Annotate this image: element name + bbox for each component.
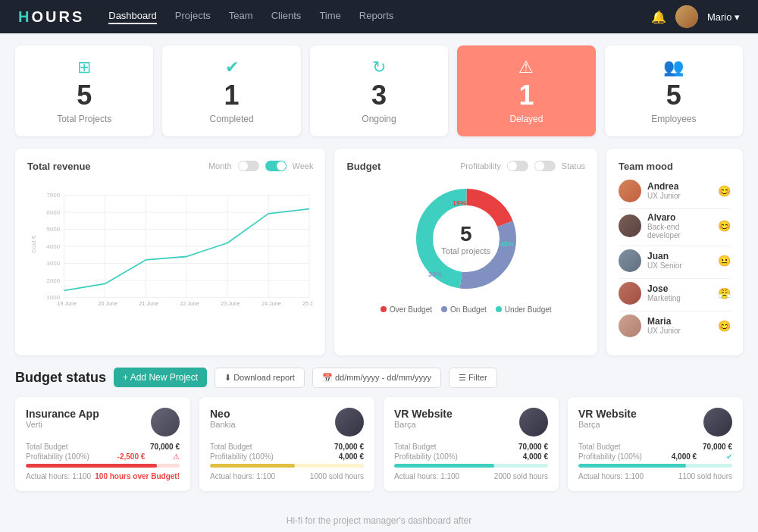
mood-name-alvaro: Alvaro	[647, 212, 709, 223]
hours-label-insurance: Actual hours: 1:100	[26, 472, 91, 480]
nav-dashboard[interactable]: Dashboard	[108, 10, 157, 24]
budget-title: Budget	[346, 161, 381, 172]
budget-value-neo: 70,000 €	[334, 443, 364, 451]
check-icon: ✔	[225, 58, 239, 77]
mood-info-jose: Jose Marketing	[647, 283, 709, 302]
project-card-neo: Neo Bankia Total Budget 70,000 € Profita…	[199, 397, 374, 491]
donut-label: Total projects	[441, 246, 490, 255]
hours-warn-insurance: 100 hours over Budget!	[95, 472, 180, 480]
project-thumb-insurance	[151, 408, 180, 437]
mood-divider-2	[619, 246, 731, 246]
nav-right: 🔔 Mario ▾	[651, 5, 740, 28]
delayed-number: 1	[518, 80, 534, 111]
add-project-button[interactable]: + Add New Project	[114, 368, 207, 387]
filter-button[interactable]: ☰ Filter	[449, 368, 497, 388]
project-card-vr1: VR Website Barça Total Budget 70,000 € P…	[384, 397, 559, 491]
mood-emoji-maria: 😊	[718, 320, 731, 332]
profit-label-vr2: Profitability (100%)	[578, 452, 642, 461]
mood-person-jose: Jose Marketing 😤	[619, 282, 731, 305]
avatar-alvaro	[619, 214, 641, 237]
mood-role-juan: UX Senior	[647, 261, 709, 270]
mood-divider-1	[619, 208, 731, 209]
date-range-button[interactable]: 📅 dd/mm/yyyy - dd/mm/yyyy	[312, 368, 441, 388]
toggle-profitability-btn[interactable]	[507, 161, 528, 171]
delayed-label: Delayed	[509, 114, 543, 124]
nav-clients[interactable]: Clients	[271, 10, 302, 24]
svg-text:20 June: 20 June	[98, 301, 117, 307]
svg-text:4000: 4000	[46, 243, 60, 249]
donut-legend: Over Budget On Budget Under Budget	[346, 305, 585, 314]
project-name-vr2: VR Website	[578, 408, 637, 420]
revenue-chart-area: 1000 2000 3000 4000 5000 6000 7000 Cost …	[27, 178, 313, 315]
download-report-button[interactable]: ⬇ Download report	[215, 368, 305, 388]
mood-role-maria: UX Junior	[647, 327, 709, 335]
progress-vr1	[394, 464, 548, 468]
budget-value-insurance: 70,000 €	[150, 443, 180, 451]
employees-number: 5	[666, 80, 681, 111]
mood-person-maria: Maria UX Junior 😊	[619, 315, 731, 337]
toggle-week-label: Week	[293, 161, 314, 171]
team-mood-card: Team mood Andrea UX Junior 😊 Alvaro Back…	[606, 149, 743, 355]
profit-value-vr1: 4,000 €	[523, 452, 548, 461]
team-mood-title: Team mood	[619, 161, 731, 172]
project-name-neo: Neo	[210, 408, 236, 420]
hours-label-vr2: Actual hours: 1:100	[578, 472, 644, 480]
project-thumb-vr2	[703, 408, 732, 437]
toggle-month-btn[interactable]	[238, 161, 259, 171]
mood-info-juan: Juan UX Senior	[647, 251, 709, 270]
budget-status-header: Budget status + Add New Project ⬇ Downlo…	[15, 368, 743, 388]
bell-icon[interactable]: 🔔	[651, 10, 666, 24]
mood-person-juan: Juan UX Senior 😐	[619, 249, 731, 272]
mood-info-andrea: Andrea UX Junior	[647, 181, 709, 200]
nav-team[interactable]: Team	[229, 10, 253, 24]
avatar-jose	[619, 282, 641, 305]
budget-toggle: Profitability Status	[460, 161, 585, 171]
svg-text:22 June: 22 June	[180, 301, 199, 307]
profit-value-neo: 4,000 €	[339, 452, 364, 461]
budget-label-neo: Total Budget	[210, 443, 252, 451]
profit-label-vr1: Profitability (100%)	[394, 452, 458, 461]
svg-text:2000: 2000	[46, 277, 60, 283]
svg-text:7000: 7000	[46, 192, 60, 199]
donut-chart: 19% 48% 33% 5 Total projects	[346, 178, 585, 299]
profit-label-neo: Profitability (100%)	[210, 452, 274, 461]
mood-name-maria: Maria	[647, 316, 709, 327]
mood-emoji-juan: 😐	[718, 255, 731, 267]
nav-links: Dashboard Projects Team Clients Time Rep…	[108, 10, 627, 24]
project-client-insurance: Verti	[26, 420, 99, 429]
project-client-vr1: Barça	[394, 420, 453, 429]
progress-fill-vr1	[394, 464, 494, 468]
hours-label-neo: Actual hours: 1:100	[210, 472, 275, 480]
progress-fill-insurance	[26, 464, 157, 468]
mood-divider-3	[619, 278, 731, 279]
profit-value-vr2: 4,000 €	[672, 452, 697, 461]
project-card-insurance: Insurance App Verti Total Budget 70,000 …	[15, 397, 190, 491]
warning-icon-insurance: ⚠	[173, 452, 180, 461]
charts-row: Total revenue Month Week 1000 2000 3000 …	[15, 149, 743, 355]
donut-number: 5	[441, 222, 490, 246]
avatar-andrea	[619, 180, 641, 202]
completed-number: 1	[224, 80, 240, 111]
stat-completed: ✔ 1 Completed	[162, 45, 300, 136]
project-cards: Insurance App Verti Total Budget 70,000 …	[15, 397, 743, 491]
mood-info-maria: Maria UX Junior	[647, 316, 709, 335]
svg-text:Cost €: Cost €	[30, 235, 37, 253]
user-menu[interactable]: Mario ▾	[707, 11, 740, 23]
nav-reports[interactable]: Reports	[359, 10, 394, 24]
check-icon-vr2: ✔	[726, 452, 732, 461]
progress-fill-vr2	[578, 464, 686, 468]
nav-time[interactable]: Time	[319, 10, 340, 24]
stat-delayed: ⚠ 1 Delayed	[457, 45, 595, 136]
budget-value-vr2: 70,000 €	[703, 443, 732, 451]
ongoing-label: Ongoing	[362, 114, 396, 124]
sold-hours-vr2: 1100 sold hours	[678, 472, 732, 480]
ongoing-number: 3	[371, 80, 387, 111]
revenue-toggle: Month Week	[208, 161, 314, 171]
svg-text:25 June: 25 June	[302, 301, 313, 307]
svg-text:33%: 33%	[428, 271, 442, 278]
toggle-status-btn[interactable]	[534, 161, 556, 171]
toggle-week-btn[interactable]	[265, 161, 287, 171]
nav-projects[interactable]: Projects	[175, 10, 211, 24]
svg-text:48%: 48%	[500, 240, 514, 248]
mood-role-jose: Marketing	[647, 294, 709, 302]
